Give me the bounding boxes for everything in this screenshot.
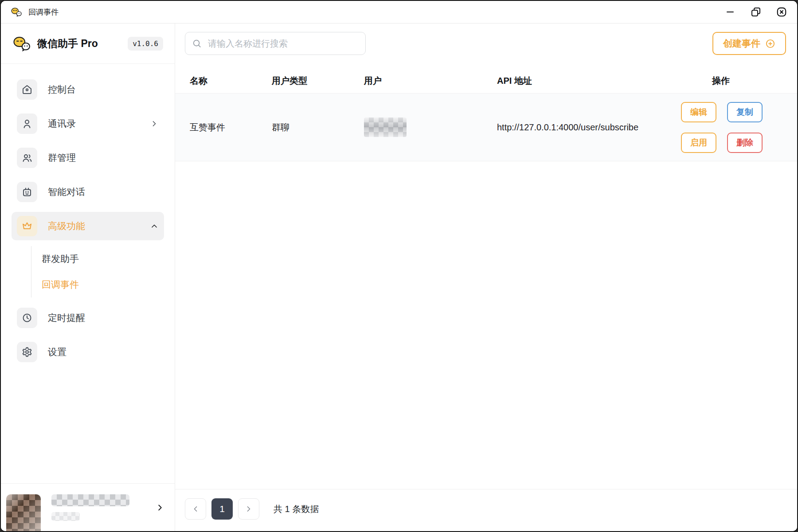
window-title: 回调事件 xyxy=(28,7,59,17)
version-badge: v1.0.6 xyxy=(128,37,163,51)
user-blur xyxy=(364,117,407,137)
app-window: 回调事件 xyxy=(0,0,798,532)
sidebar-item-dashboard[interactable]: 控制台 xyxy=(12,75,164,104)
sidebar: 微信助手 Pro v1.0.6 控制台 xyxy=(1,23,175,531)
sidebar-item-label: 智能对话 xyxy=(48,186,85,198)
row-actions: 编辑 复制 启用 删除 xyxy=(681,102,763,153)
header-user-type: 用户类型 xyxy=(272,75,364,87)
search-box xyxy=(185,32,366,55)
sidebar-item-group-management[interactable]: 群管理 xyxy=(12,144,164,172)
close-button[interactable] xyxy=(776,6,787,18)
user-name-blur xyxy=(51,494,129,506)
submenu-item-label: 回调事件 xyxy=(42,278,79,291)
pagination-footer: 1 共 1 条数据 xyxy=(175,489,797,531)
sidebar-item-label: 控制台 xyxy=(48,83,76,96)
next-page-button[interactable] xyxy=(238,498,259,520)
sidebar-item-label: 高级功能 xyxy=(48,220,85,232)
user-profile-row[interactable] xyxy=(1,483,175,531)
user-icon xyxy=(17,113,37,134)
table-header-row: 名称 用户类型 用户 API 地址 操作 xyxy=(175,68,797,94)
total-count-text: 共 1 条数据 xyxy=(274,503,319,515)
sidebar-nav: 控制台 通讯录 xyxy=(1,64,175,483)
events-table: 名称 用户类型 用户 API 地址 操作 互赞事件 群聊 http://127.… xyxy=(175,68,797,161)
chevron-right-icon xyxy=(150,119,159,128)
clock-icon xyxy=(17,308,37,328)
create-event-label: 创建事件 xyxy=(723,37,760,50)
avatar xyxy=(6,494,41,532)
main-content: 创建事件 名称 用户类型 用户 API 地址 操作 xyxy=(175,23,797,531)
header-name: 名称 xyxy=(190,75,272,87)
app-logo-icon xyxy=(11,7,22,17)
sidebar-item-scheduled-reminders[interactable]: 定时提醒 xyxy=(12,304,164,332)
maximize-restore-button[interactable] xyxy=(750,6,762,18)
home-icon xyxy=(17,79,37,100)
cell-api-address: http://127.0.0.1:4000/user/subscribe xyxy=(497,122,681,133)
plus-circle-icon xyxy=(765,39,775,49)
cell-actions: 编辑 复制 启用 删除 xyxy=(681,102,786,153)
prev-page-button[interactable] xyxy=(185,498,206,520)
sidebar-item-contacts[interactable]: 通讯录 xyxy=(12,110,164,138)
sidebar-item-settings[interactable]: 设置 xyxy=(12,338,164,366)
user-subtext-blur xyxy=(51,512,80,521)
sidebar-item-label: 设置 xyxy=(48,346,66,358)
chevron-right-icon xyxy=(155,503,165,512)
titlebar: 回调事件 xyxy=(1,1,797,23)
gear-icon xyxy=(17,342,37,362)
delete-button[interactable]: 删除 xyxy=(727,133,763,153)
screen: 回调事件 xyxy=(0,0,798,532)
create-event-button[interactable]: 创建事件 xyxy=(712,32,786,55)
chevron-up-icon xyxy=(150,222,159,231)
submenu-item-label: 群发助手 xyxy=(42,253,79,265)
window-controls xyxy=(724,6,787,18)
sidebar-item-advanced-features[interactable]: 高级功能 xyxy=(12,212,164,240)
submenu-item-callback-events[interactable]: 回调事件 xyxy=(42,272,164,297)
header-user: 用户 xyxy=(364,75,497,87)
cell-user-type: 群聊 xyxy=(272,121,364,133)
brand-header: 微信助手 Pro v1.0.6 xyxy=(1,23,175,64)
cell-name: 互赞事件 xyxy=(190,121,272,133)
crown-icon xyxy=(17,216,37,236)
edit-button[interactable]: 编辑 xyxy=(681,102,716,122)
user-name-redacted xyxy=(51,494,129,521)
search-input[interactable] xyxy=(207,38,359,49)
header-actions: 操作 xyxy=(681,75,786,87)
brand-logo-icon xyxy=(12,36,31,51)
users-icon xyxy=(17,148,37,168)
table-row[interactable]: 互赞事件 群聊 http://127.0.0.1:4000/user/subsc… xyxy=(175,94,797,161)
sidebar-item-label: 通讯录 xyxy=(48,117,76,130)
enable-button[interactable]: 启用 xyxy=(681,133,716,153)
sidebar-item-smart-chat[interactable]: 智能对话 xyxy=(12,178,164,206)
header-api-address: API 地址 xyxy=(497,75,681,87)
cell-user-redacted xyxy=(364,117,497,137)
sidebar-item-label: 定时提醒 xyxy=(48,312,85,324)
page-number-current[interactable]: 1 xyxy=(211,498,233,520)
copy-button[interactable]: 复制 xyxy=(727,102,763,122)
minimize-button[interactable] xyxy=(724,6,736,18)
content-spacer xyxy=(175,161,797,489)
sidebar-item-label: 群管理 xyxy=(48,152,76,164)
brand-name: 微信助手 Pro xyxy=(37,37,98,51)
toolbar: 创建事件 xyxy=(175,23,797,55)
advanced-submenu: 群发助手 回调事件 xyxy=(31,246,164,297)
search-icon xyxy=(192,39,202,48)
bot-icon xyxy=(17,182,37,202)
submenu-item-mass-send[interactable]: 群发助手 xyxy=(42,246,164,272)
